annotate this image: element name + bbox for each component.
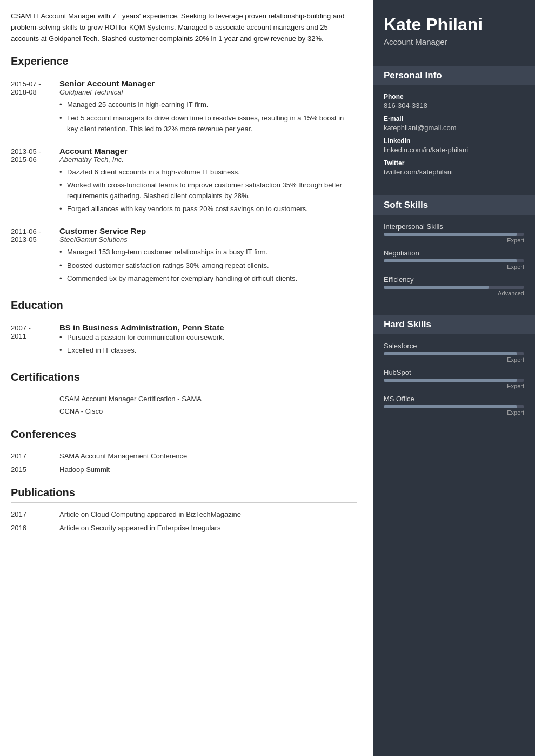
list-item: Led 5 account managers to drive down tim… xyxy=(59,113,357,134)
conf-name: SAMA Account Management Conference xyxy=(59,452,187,460)
skill-bar-fill xyxy=(384,259,517,262)
table-row: 2017 Article on Cloud Computing appeared… xyxy=(11,510,357,518)
education-section: Education 2007 - 2011 BS in Business Adm… xyxy=(11,299,357,358)
profile-header: Kate Philani Account Manager xyxy=(373,0,535,57)
list-item: Dazzled 6 client accounts in a high-volu… xyxy=(59,167,357,178)
skill-level: Expert xyxy=(384,409,524,416)
entry-title: Customer Service Rep xyxy=(59,226,357,235)
pub-year: 2017 xyxy=(11,510,59,518)
skill-bar-bg xyxy=(384,352,524,355)
table-row: 2016 Article on Security appeared in Ent… xyxy=(11,524,357,532)
skill-negotiation: Negotiation Expert xyxy=(384,249,524,270)
entry-date: 2007 - 2011 xyxy=(11,323,59,358)
skill-name: HubSpot xyxy=(384,368,524,376)
entry-title: BS in Business Administration, Penn Stat… xyxy=(59,323,357,332)
pub-title: Article on Security appeared in Enterpri… xyxy=(59,524,220,532)
left-column: CSAM IT Account Manager with 7+ years' e… xyxy=(0,0,373,756)
skill-level: Expert xyxy=(384,383,524,389)
personal-info-email-value: katephilani@gmail.com xyxy=(384,124,524,132)
skill-name: Interpersonal Skills xyxy=(384,222,524,231)
list-item: Commended 5x by management for exemplary… xyxy=(59,273,357,284)
skill-level: Advanced xyxy=(384,290,524,296)
hard-skills-section: Hard Skills Salesforce Expert HubSpot Ex… xyxy=(373,306,535,426)
entry-content: Customer Service Rep SteelGamut Solution… xyxy=(59,226,357,286)
skill-bar-bg xyxy=(384,233,524,236)
skill-efficiency: Efficiency Advanced xyxy=(384,275,524,296)
skill-level: Expert xyxy=(384,356,524,363)
skill-bar-bg xyxy=(384,286,524,289)
experience-section: Experience 2015-07 - 2018-08 Senior Acco… xyxy=(11,55,357,286)
certifications-section: Certifications CSAM Account Manager Cert… xyxy=(11,371,357,415)
entry-bullets: Managed 25 accounts in high-earning IT f… xyxy=(59,99,357,134)
skill-bar-bg xyxy=(384,379,524,382)
skill-bar-fill xyxy=(384,352,517,355)
conf-year: 2017 xyxy=(11,452,59,460)
table-row: 2007 - 2011 BS in Business Administratio… xyxy=(11,323,357,358)
table-row: 2013-05 - 2015-06 Account Manager Aberna… xyxy=(11,146,357,217)
experience-title: Experience xyxy=(11,55,357,71)
list-item: CCNA - Cisco xyxy=(11,407,357,415)
list-item: Excelled in IT classes. xyxy=(59,345,357,356)
list-item: Worked with cross-functional teams to im… xyxy=(59,180,357,201)
pub-year: 2016 xyxy=(11,524,59,532)
table-row: 2011-06 - 2013-05 Customer Service Rep S… xyxy=(11,226,357,286)
publications-title: Publications xyxy=(11,487,357,503)
skill-bar-fill xyxy=(384,379,517,382)
skill-name: Salesforce xyxy=(384,342,524,350)
personal-info-phone-label: Phone xyxy=(384,93,524,100)
entry-bullets: Dazzled 6 client accounts in a high-volu… xyxy=(59,167,357,215)
skill-name: Efficiency xyxy=(384,275,524,284)
skill-salesforce: Salesforce Expert xyxy=(384,342,524,363)
entry-date: 2013-05 - 2015-06 xyxy=(11,146,59,217)
personal-info-email-label: E-mail xyxy=(384,115,524,123)
entry-date: 2011-06 - 2013-05 xyxy=(11,226,59,286)
personal-info-twitter-value: twitter.com/katephilani xyxy=(384,168,524,176)
personal-info-title: Personal Info xyxy=(373,66,535,85)
skill-name: Negotiation xyxy=(384,249,524,257)
entry-company: Abernathy Tech, Inc. xyxy=(59,156,357,164)
conferences-section: Conferences 2017 SAMA Account Management… xyxy=(11,428,357,474)
skill-bar-bg xyxy=(384,259,524,262)
soft-skills-title: Soft Skills xyxy=(373,195,535,215)
personal-info-twitter-label: Twitter xyxy=(384,159,524,167)
list-item: Pursued a passion for communication cour… xyxy=(59,332,357,343)
profile-title: Account Manager xyxy=(384,37,524,46)
right-column: Kate Philani Account Manager Personal In… xyxy=(373,0,535,756)
personal-info-linkedin-value: linkedin.com/in/kate-philani xyxy=(384,146,524,154)
certifications-title: Certifications xyxy=(11,371,357,387)
entry-content: Senior Account Manager Goldpanel Technic… xyxy=(59,79,357,136)
skill-level: Expert xyxy=(384,237,524,244)
table-row: 2017 SAMA Account Management Conference xyxy=(11,452,357,460)
skill-bar-fill xyxy=(384,233,517,236)
skill-bar-bg xyxy=(384,405,524,408)
list-item: Boosted customer satisfaction ratings 30… xyxy=(59,260,357,271)
list-item: Forged alliances with key vendors to pas… xyxy=(59,204,357,214)
entry-bullets: Pursued a passion for communication cour… xyxy=(59,332,357,356)
entry-company: Goldpanel Technical xyxy=(59,88,357,96)
list-item: Managed 25 accounts in high-earning IT f… xyxy=(59,99,357,110)
soft-skills-section: Soft Skills Interpersonal Skills Expert … xyxy=(373,187,535,306)
personal-info-phone-value: 816-304-3318 xyxy=(384,102,524,110)
conf-year: 2015 xyxy=(11,465,59,474)
table-row: 2015-07 - 2018-08 Senior Account Manager… xyxy=(11,79,357,136)
profile-name: Kate Philani xyxy=(384,15,524,34)
personal-info-linkedin-label: LinkedIn xyxy=(384,137,524,145)
list-item: Managed 153 long-term customer relations… xyxy=(59,247,357,258)
conferences-title: Conferences xyxy=(11,428,357,444)
entry-title: Senior Account Manager xyxy=(59,79,357,88)
entry-bullets: Managed 153 long-term customer relations… xyxy=(59,247,357,284)
skill-level: Expert xyxy=(384,264,524,270)
conf-name: Hadoop Summit xyxy=(59,465,110,474)
skill-interpersonal: Interpersonal Skills Expert xyxy=(384,222,524,244)
hard-skills-title: Hard Skills xyxy=(373,315,535,334)
entry-company: SteelGamut Solutions xyxy=(59,235,357,244)
entry-date: 2015-07 - 2018-08 xyxy=(11,79,59,136)
table-row: 2015 Hadoop Summit xyxy=(11,465,357,474)
pub-title: Article on Cloud Computing appeared in B… xyxy=(59,510,241,518)
education-title: Education xyxy=(11,299,357,315)
list-item: CSAM Account Manager Certification - SAM… xyxy=(11,395,357,403)
entry-title: Account Manager xyxy=(59,146,357,156)
skill-hubspot: HubSpot Expert xyxy=(384,368,524,389)
skill-bar-fill xyxy=(384,405,517,408)
personal-info-section: Personal Info Phone 816-304-3318 E-mail … xyxy=(373,57,535,187)
